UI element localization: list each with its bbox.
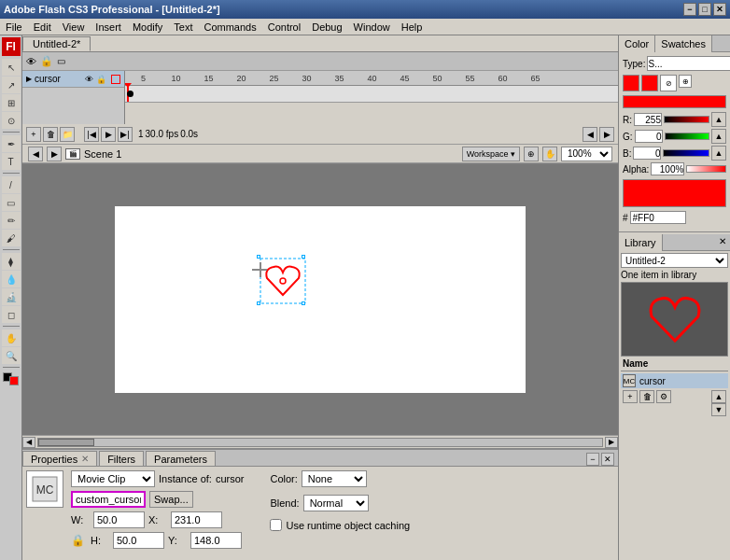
panel-min[interactable]: − [586,453,599,466]
tool-free-transform[interactable]: ⊞ [2,94,21,111]
btab-filters[interactable]: Filters [99,451,144,466]
maximize-btn[interactable]: □ [698,3,711,16]
menu-commands[interactable]: Commands [198,21,261,34]
stroke-swatch[interactable] [623,75,639,91]
hex-input[interactable] [630,211,686,224]
no-color-btn[interactable]: ⊘ [660,75,677,91]
menu-debug[interactable]: Debug [306,21,347,34]
tool-text[interactable]: T [2,153,21,170]
tool-paint-bucket[interactable]: ⧫ [2,253,21,270]
h-scroll-thumb[interactable] [38,439,94,446]
g-spin-up[interactable]: ▲ [711,129,726,144]
library-tab[interactable]: Library [619,234,663,251]
layer-cursor[interactable]: ▶ cursor 👁 🔒 [22,71,124,88]
color-wheel-btn[interactable]: ⊕ [679,75,692,88]
tool-pencil[interactable]: ✏ [2,212,21,229]
play-btn[interactable]: ▶ [101,127,116,142]
w-input[interactable] [93,511,145,528]
r-spin-up[interactable]: ▲ [711,112,726,127]
tool-line[interactable]: / [2,176,21,193]
fill-swatch[interactable] [641,75,658,91]
g-slider[interactable] [665,133,709,140]
h-scroll-right[interactable]: ▶ [605,437,618,448]
tool-ink-bottle[interactable]: 💧 [2,271,21,287]
lib-delete-btn[interactable]: 🗑 [639,390,654,403]
lib-add-btn[interactable]: + [623,390,638,403]
type-input[interactable] [647,56,730,71]
zoom-select[interactable]: 100% 50% 200% [561,147,612,161]
layer-visibility[interactable]: 👁 [85,75,93,84]
tool-zoom[interactable]: 🔍 [2,347,21,364]
g-input[interactable] [635,130,663,143]
runtime-checkbox[interactable] [270,519,282,531]
panel-close[interactable]: ✕ [601,453,614,466]
canvas-area[interactable] [22,164,618,435]
lib-scroll-up[interactable]: ▲ [711,390,726,403]
swap-button[interactable]: Swap... [149,491,193,508]
menu-file[interactable]: File [0,21,28,34]
tool-subselect[interactable]: ↗ [2,77,21,93]
color-select[interactable]: None Brightness Tint Alpha [302,470,367,487]
lib-scroll-down[interactable]: ▼ [711,403,726,416]
x-input[interactable] [171,511,222,528]
back-btn[interactable]: ◀ [28,147,43,161]
tool-eraser[interactable]: ◻ [2,306,21,323]
menu-edit[interactable]: Edit [28,21,57,34]
fill-color[interactable] [9,376,19,385]
tool-eyedropper[interactable]: 🔬 [2,288,21,305]
add-layer-btn[interactable]: + [26,127,41,142]
delete-layer-btn[interactable]: 🗑 [43,127,58,142]
hand-tool[interactable]: ✋ [542,147,557,161]
minimize-btn[interactable]: − [683,3,696,16]
scroll-left-btn[interactable]: ◀ [583,127,597,142]
workspace-btn[interactable]: Workspace ▾ [462,147,520,161]
tool-pen[interactable]: ✒ [2,135,21,152]
layer-lock[interactable]: 🔒 [96,75,106,84]
alpha-input[interactable] [651,162,684,175]
prev-frame-btn[interactable]: |◀ [84,127,99,142]
library-close-btn[interactable]: ✕ [715,234,730,250]
r-input[interactable] [634,113,662,126]
selection-handle-br[interactable] [302,301,305,305]
gradient-bar[interactable] [623,95,726,108]
menu-view[interactable]: View [57,21,91,34]
add-folder-btn[interactable]: 📁 [60,127,75,142]
tool-rect[interactable]: ▭ [2,194,21,211]
close-btn[interactable]: ✕ [713,3,726,16]
btab-parameters[interactable]: Parameters [146,451,216,466]
btab-properties[interactable]: Properties ✕ [22,451,97,466]
h-input[interactable] [113,532,164,549]
menu-text[interactable]: Text [168,21,198,34]
document-tab[interactable]: Untitled-2* [22,36,91,51]
tool-arrow[interactable]: ↖ [2,59,21,76]
library-name-select[interactable]: Untitled-2 [621,253,728,268]
lib-props-btn[interactable]: ⚙ [656,390,671,403]
menu-insert[interactable]: Insert [90,21,127,34]
menu-help[interactable]: Help [396,21,428,34]
selection-handle-tr[interactable] [302,255,305,259]
object-type-icon[interactable]: MC [26,470,63,508]
h-scroll-left[interactable]: ◀ [22,437,35,448]
alpha-slider[interactable] [686,165,726,173]
selection-handle-bl[interactable] [257,301,260,305]
menu-modify[interactable]: Modify [127,21,168,34]
menu-control[interactable]: Control [262,21,306,34]
library-item[interactable]: MC cursor [621,373,728,388]
b-slider[interactable] [663,149,709,157]
tool-hand[interactable]: ✋ [2,329,21,346]
tool-brush[interactable]: 🖌 [2,230,21,246]
blend-select[interactable]: Normal Layer Multiply [303,495,369,511]
type-select[interactable]: Movie Clip Button Graphic [71,470,155,487]
color-tab[interactable]: Color [619,35,655,52]
frame-cells[interactable] [125,86,618,103]
forward-btn[interactable]: ▶ [47,147,62,161]
cursor-object[interactable] [260,258,306,306]
next-frame-btn[interactable]: ▶| [118,127,133,142]
snap-btn[interactable]: ⊕ [524,147,539,161]
h-scroll-track[interactable] [37,438,603,447]
menu-window[interactable]: Window [348,21,396,34]
r-slider[interactable] [664,116,709,123]
swatches-tab[interactable]: Swatches [655,35,712,52]
instance-name-input[interactable] [71,491,146,508]
btab-properties-close[interactable]: ✕ [81,454,89,464]
